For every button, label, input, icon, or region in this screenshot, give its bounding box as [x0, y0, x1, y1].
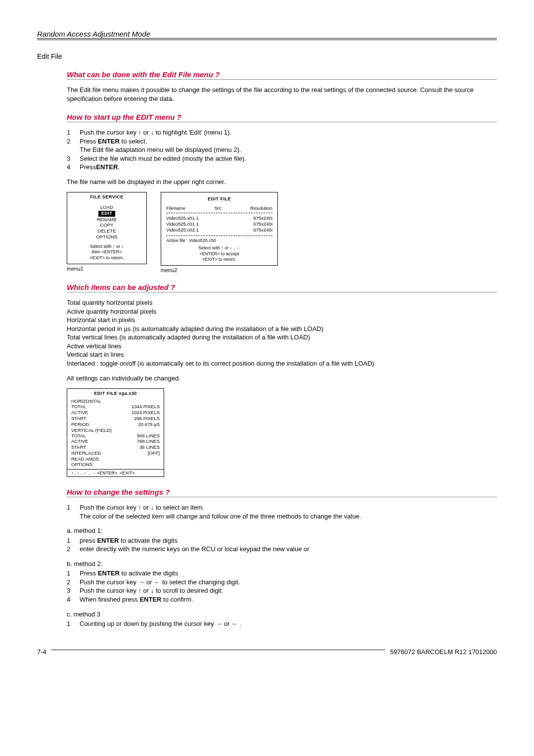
heading-start: How to start up the EDIT menu ?: [67, 113, 497, 122]
method-c-steps: 1Counting up or down by pushing the curs…: [67, 619, 497, 628]
heading-change: How to change the settings ?: [67, 488, 497, 497]
menu1-label: menu1: [67, 266, 147, 272]
left-arrow-icon: ←: [154, 578, 160, 586]
page-header: Random Access Adjustment Mode: [37, 30, 497, 39]
method-b-header: b. method 2:: [67, 560, 497, 568]
method-b-steps: 1Press ENTER to activate the digits 2Pus…: [67, 569, 497, 604]
body-items-2: All settings can individually be changed…: [67, 374, 497, 383]
menu1-box: FILE SERVICE LOAD EDIT RENAME COPY DELET…: [67, 192, 147, 264]
right-arrow-icon: →: [216, 620, 222, 627]
page-footer: 7-4 5976072 BARCOELM R12 17012000: [37, 648, 497, 656]
body-what: The Edit file menu makes it possible to …: [67, 86, 497, 103]
header-rule: [37, 40, 497, 40]
method-c-header: c. method 3: [67, 610, 497, 619]
menu2-label: menu2: [161, 267, 278, 273]
heading-what: What can be done with the Edit File menu…: [67, 70, 497, 80]
heading-items: Which items can be adjusted ?: [67, 283, 497, 292]
menu3-box: EDIT FILE xga.s30 HORIZONTAL TOTAL1344 P…: [67, 388, 164, 477]
doc-id: 5976072 BARCOELM R12 17012000: [390, 648, 497, 656]
start-steps: 1Push the cursor key ↑ or ↓ to highlight…: [67, 128, 497, 172]
menu2-box: EDIT FILE Filename Src Resolution Video5…: [161, 192, 278, 266]
method-a-header: a. method 1:: [67, 526, 497, 535]
page-number: 7-4: [37, 648, 46, 656]
right-arrow-icon: →: [138, 578, 145, 586]
section-title: Edit File: [37, 52, 497, 60]
body-start-2: The file name will be displayed in the u…: [67, 178, 497, 187]
menus-row: FILE SERVICE LOAD EDIT RENAME COPY DELET…: [67, 192, 497, 273]
change-intro: 1Push the cursor key ↑ or ↓ to select an…: [67, 503, 497, 520]
left-arrow-icon: ←: [231, 620, 238, 627]
adjust-list: Total quantity horizontal pixels Active …: [67, 298, 497, 368]
method-a-steps: 1press ENTER to activate the digits 2ent…: [67, 536, 497, 554]
menu1-highlight: EDIT: [98, 211, 116, 216]
